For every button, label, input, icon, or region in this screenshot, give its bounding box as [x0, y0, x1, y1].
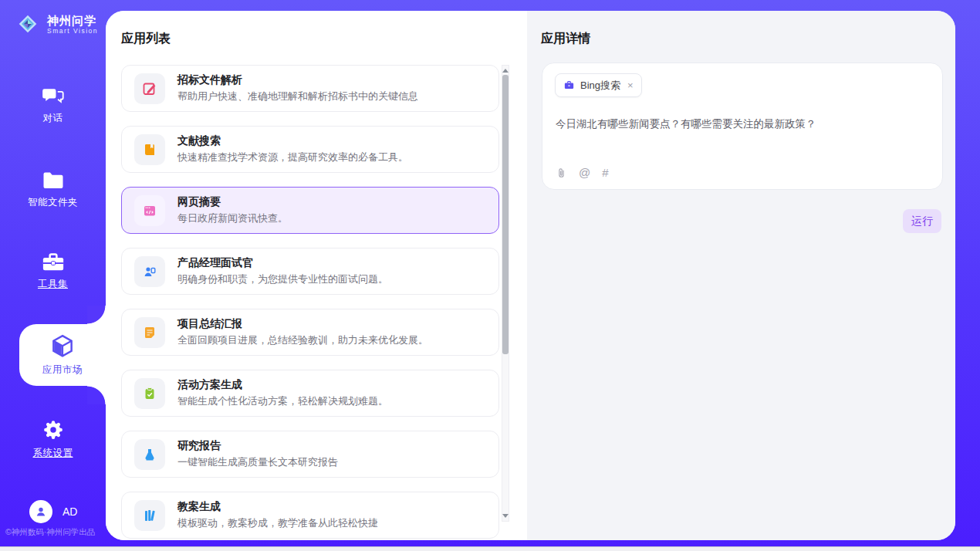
app-card-webpage-summary[interactable]: 网页摘要 每日政府新闻资讯快查。 — [121, 187, 499, 234]
mention-icon[interactable]: @ — [579, 166, 590, 179]
prompt-composer[interactable]: Bing搜索 × 今日湖北有哪些新闻要点？有哪些需要关注的最新政策？ @ # — [542, 63, 943, 190]
brand-subtitle: Smart Vision — [47, 27, 98, 35]
webpage-code-icon — [134, 195, 165, 226]
app-card-project-summary-report[interactable]: 项目总结汇报 全面回顾项目进展，总结经验教训，助力未来优化发展。 — [121, 309, 499, 356]
app-card-name: 文献搜索 — [177, 134, 408, 148]
clipboard-check-icon — [134, 378, 165, 409]
sidebar-item-label: 系统设置 — [33, 447, 73, 460]
user-account[interactable]: AD — [29, 500, 77, 523]
app-list-title: 应用列表 — [121, 31, 171, 47]
brand-logo: 神州问学 Smart Vision — [14, 10, 98, 38]
app-card-desc: 每日政府新闻资讯快查。 — [177, 211, 288, 225]
sidebar-item-label: 对话 — [43, 112, 63, 125]
tool-tag-bing-search[interactable]: Bing搜索 × — [555, 73, 642, 97]
app-card-pm-interviewer[interactable]: 产品经理面试官 明确身份和职责，为您提供专业性的面试问题。 — [121, 248, 499, 295]
hashtag-icon[interactable]: # — [602, 166, 608, 179]
app-card-desc: 快速精准查找学术资源，提高研究效率的必备工具。 — [177, 150, 408, 164]
app-card-desc: 明确身份和职责，为您提供专业性的面试问题。 — [177, 272, 388, 286]
app-card-desc: 一键智能生成高质量长文本研究报告 — [177, 455, 338, 469]
sidebar-item-system-settings[interactable]: 系统设置 — [0, 418, 106, 460]
tool-tag-label: Bing搜索 — [580, 79, 620, 93]
interviewer-icon — [134, 256, 165, 287]
app-card-name: 项目总结汇报 — [177, 317, 428, 331]
composer-toolbar: @ # — [556, 166, 609, 179]
query-text[interactable]: 今日湖北有哪些新闻要点？有哪些需要关注的最新政策？ — [556, 117, 930, 131]
folder-icon — [42, 171, 65, 191]
chat-icon — [42, 85, 65, 106]
sidebar-item-smart-folders[interactable]: 智能文件夹 — [0, 171, 106, 209]
tag-close-icon[interactable]: × — [627, 80, 634, 90]
sidebar-item-label: 智能文件夹 — [28, 196, 78, 209]
active-tab-curve — [87, 386, 106, 404]
app-detail-title: 应用详情 — [541, 31, 590, 47]
briefcase-icon — [563, 79, 575, 91]
logo-diamond-icon — [14, 10, 42, 38]
app-list: 招标文件解析 帮助用户快速、准确地理解和解析招标书中的关键信息 文献搜索 快速精… — [121, 65, 499, 540]
cube-icon — [51, 334, 74, 359]
main-content: 应用列表 招标文件解析 帮助用户快速、准确地理解和解析招标书中的关键信息 — [106, 11, 955, 540]
app-list-panel: 应用列表 招标文件解析 帮助用户快速、准确地理解和解析招标书中的关键信息 — [106, 11, 527, 540]
brand-name: 神州问学 — [47, 14, 98, 27]
edit-document-icon — [134, 73, 165, 104]
scroll-down-icon[interactable] — [502, 514, 509, 518]
gear-icon — [42, 418, 65, 441]
sidebar-item-chat[interactable]: 对话 — [0, 85, 106, 125]
sidebar-item-toolset[interactable]: 工具集 — [0, 252, 106, 291]
app-card-research-report[interactable]: 研究报告 一键智能生成高质量长文本研究报告 — [121, 431, 499, 478]
attachment-icon[interactable] — [556, 167, 567, 179]
app-window: 应用列表 招标文件解析 帮助用户快速、准确地理解和解析招标书中的关键信息 — [0, 0, 980, 551]
app-card-literature-search[interactable]: 文献搜索 快速精准查找学术资源，提高研究效率的必备工具。 — [121, 126, 499, 173]
app-card-name: 活动方案生成 — [177, 378, 388, 392]
scroll-up-icon[interactable] — [502, 69, 509, 73]
app-card-desc: 帮助用户快速、准确地理解和解析招标书中的关键信息 — [177, 90, 418, 103]
app-card-event-plan-generator[interactable]: 活动方案生成 智能生成个性化活动方案，轻松解决规划难题。 — [121, 370, 499, 417]
avatar — [29, 500, 52, 523]
app-card-name: 招标文件解析 — [177, 73, 418, 87]
app-list-scrollbar[interactable] — [502, 65, 509, 522]
app-detail-panel: 应用详情 Bing搜索 × 今日湖北有哪些新闻要点？有哪些需要关注的最新政策？ … — [527, 11, 955, 540]
app-card-lesson-plan-generator[interactable]: 教案生成 模板驱动，教案秒成，教学准备从此轻松快捷 — [121, 492, 499, 539]
sidebar-item-label: 工具集 — [38, 278, 68, 291]
app-card-desc: 模板驱动，教案秒成，教学准备从此轻松快捷 — [177, 516, 378, 530]
scrollbar-thumb[interactable] — [502, 75, 509, 354]
app-card-name: 产品经理面试官 — [177, 256, 388, 270]
toolbox-icon — [42, 252, 65, 272]
user-name: AD — [63, 505, 77, 518]
sidebar-item-label: 应用市场 — [42, 363, 83, 377]
sidebar-item-app-market[interactable]: 应用市场 — [19, 324, 106, 386]
research-icon — [134, 439, 165, 470]
app-card-name: 研究报告 — [177, 439, 338, 453]
books-icon — [134, 500, 165, 531]
run-button[interactable]: 运行 — [903, 209, 941, 233]
app-card-name: 网页摘要 — [177, 195, 288, 209]
sidebar: 神州问学 Smart Vision 对话 智能文件夹 工具集 — [0, 0, 106, 547]
app-card-desc: 全面回顾项目进展，总结经验教训，助力未来优化发展。 — [177, 333, 428, 347]
memo-icon — [134, 317, 165, 348]
book-icon — [134, 134, 165, 165]
app-card-desc: 智能生成个性化活动方案，轻松解决规划难题。 — [177, 394, 388, 408]
active-tab-curve — [87, 306, 106, 324]
copyright-footer: ©神州数码·神州问学出品 — [5, 527, 95, 538]
app-card-name: 教案生成 — [177, 500, 378, 514]
app-card-bid-document-parsing[interactable]: 招标文件解析 帮助用户快速、准确地理解和解析招标书中的关键信息 — [121, 65, 499, 112]
